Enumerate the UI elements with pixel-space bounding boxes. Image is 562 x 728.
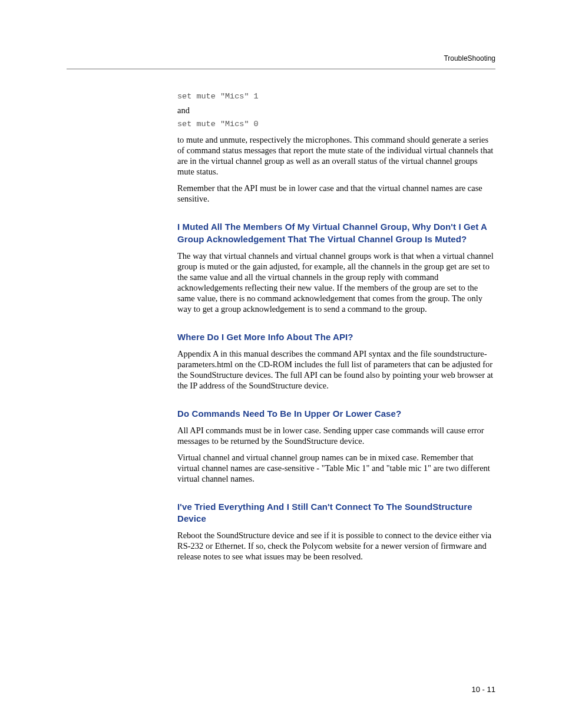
paragraph-4: Appendix A in this manual describes the … xyxy=(177,349,494,391)
heading-muted-group: I Muted All The Members Of My Virtual Ch… xyxy=(177,221,494,245)
paragraph-6: Virtual channel and virtual channel grou… xyxy=(177,453,494,485)
connector-and: and xyxy=(177,106,494,116)
paragraph-2: Remember that the API must be in lower c… xyxy=(177,183,494,205)
page-header-section: TroubleShooting xyxy=(444,54,495,62)
heading-case: Do Commands Need To Be In Upper Or Lower… xyxy=(177,408,494,420)
heading-api-info: Where Do I Get More Info About The API? xyxy=(177,331,494,343)
header-rule xyxy=(67,68,495,70)
code-line-2: set mute "Mics" 0 xyxy=(177,120,494,130)
code-line-1: set mute "Mics" 1 xyxy=(177,92,494,102)
page-content: set mute "Mics" 1 and set mute "Mics" 0 … xyxy=(177,88,494,568)
page-number: 10 - 11 xyxy=(472,685,495,694)
paragraph-1: to mute and unmute, respectively the mic… xyxy=(177,135,494,177)
paragraph-5: All API commands must be in lower case. … xyxy=(177,426,494,447)
paragraph-3: The way that virtual channels and virtua… xyxy=(177,251,494,315)
heading-cant-connect: I've Tried Everything And I Still Can't … xyxy=(177,501,494,525)
paragraph-7: Reboot the SoundStructure device and see… xyxy=(177,531,494,562)
